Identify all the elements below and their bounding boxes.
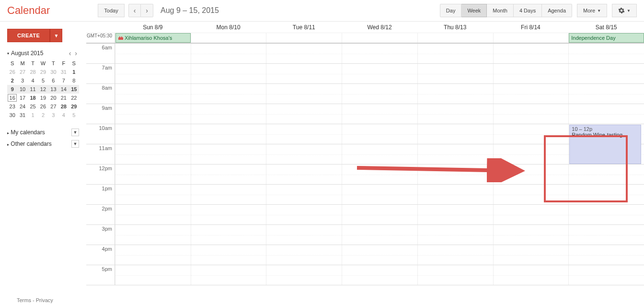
minical-day[interactable]: 22 bbox=[69, 94, 79, 102]
minical-day[interactable]: 10 bbox=[17, 85, 27, 94]
minical-day[interactable]: 1 bbox=[69, 68, 79, 76]
minical-day[interactable]: 9 bbox=[7, 85, 17, 94]
day-header[interactable]: Sun 8/9 bbox=[115, 24, 191, 31]
grid-cell[interactable] bbox=[266, 104, 342, 124]
dropdown-icon[interactable]: ▼ bbox=[71, 129, 79, 136]
minical-day[interactable]: 27 bbox=[17, 68, 27, 76]
grid-cell[interactable] bbox=[191, 225, 266, 245]
minical-day[interactable]: 31 bbox=[58, 68, 69, 76]
grid-cell[interactable] bbox=[342, 245, 417, 265]
grid-cell[interactable] bbox=[417, 164, 493, 184]
day-header[interactable]: Tue 8/11 bbox=[266, 24, 342, 31]
grid-cell[interactable] bbox=[115, 84, 191, 104]
grid-cell[interactable] bbox=[115, 64, 191, 83]
next-button[interactable]: › bbox=[141, 4, 153, 17]
allday-cell-wed[interactable] bbox=[342, 33, 417, 43]
create-button[interactable]: CREATE bbox=[7, 29, 50, 42]
dropdown-icon[interactable]: ▼ bbox=[71, 140, 79, 148]
grid-cell[interactable] bbox=[191, 185, 266, 204]
grid-cell[interactable] bbox=[493, 185, 569, 204]
minical-day[interactable]: 15 bbox=[69, 85, 79, 94]
minical-day[interactable]: 1 bbox=[28, 111, 38, 119]
grid-cell[interactable] bbox=[115, 185, 191, 204]
minical-day[interactable]: 30 bbox=[7, 111, 17, 119]
my-calendars-toggle[interactable]: ▸ My calendars ▼ bbox=[7, 127, 79, 138]
minical-day[interactable]: 4 bbox=[58, 111, 69, 119]
minical-day[interactable]: 14 bbox=[58, 85, 69, 94]
grid-cell[interactable] bbox=[417, 265, 493, 285]
grid-cell[interactable] bbox=[115, 164, 191, 184]
view-day-button[interactable]: Day bbox=[440, 4, 462, 17]
minical-day[interactable]: 31 bbox=[17, 111, 27, 119]
grid-cell[interactable] bbox=[417, 205, 493, 224]
minical-day[interactable]: 19 bbox=[38, 94, 48, 102]
grid-cell[interactable] bbox=[568, 84, 644, 104]
mini-calendar[interactable]: SMTWTFS 26272829303112345678910111213141… bbox=[7, 59, 79, 119]
grid-cell[interactable] bbox=[568, 164, 644, 184]
grid-cell[interactable] bbox=[266, 185, 342, 204]
grid-cell[interactable] bbox=[115, 44, 191, 63]
grid-cell[interactable] bbox=[342, 84, 417, 104]
grid-cell[interactable] bbox=[493, 84, 569, 104]
minical-day[interactable]: 25 bbox=[28, 102, 38, 111]
minical-day[interactable]: 24 bbox=[17, 102, 27, 111]
minical-day[interactable]: 7 bbox=[58, 76, 69, 85]
grid-cell[interactable] bbox=[568, 64, 644, 83]
grid-cell[interactable] bbox=[417, 185, 493, 204]
grid-cell[interactable] bbox=[266, 265, 342, 285]
minical-next[interactable]: › bbox=[73, 49, 79, 57]
grid-cell[interactable] bbox=[493, 245, 569, 265]
grid-cell[interactable] bbox=[115, 265, 191, 285]
grid-cell[interactable] bbox=[417, 44, 493, 63]
grid-cell[interactable] bbox=[493, 265, 569, 285]
grid-cell[interactable] bbox=[266, 64, 342, 83]
grid-cell[interactable] bbox=[568, 185, 644, 204]
grid-cell[interactable] bbox=[115, 124, 191, 144]
grid-cell[interactable] bbox=[266, 124, 342, 144]
day-header[interactable]: Sat 8/15 bbox=[568, 24, 644, 31]
grid-cell[interactable] bbox=[115, 245, 191, 265]
grid-cell[interactable] bbox=[568, 265, 644, 285]
grid-cell[interactable] bbox=[493, 164, 569, 184]
minical-day[interactable]: 12 bbox=[38, 85, 48, 94]
view-4days-button[interactable]: 4 Days bbox=[514, 4, 542, 17]
grid-cell[interactable] bbox=[417, 64, 493, 83]
grid-cell[interactable] bbox=[266, 164, 342, 184]
grid-cell[interactable] bbox=[417, 104, 493, 124]
grid-cell[interactable] bbox=[342, 185, 417, 204]
minical-day[interactable]: 5 bbox=[69, 111, 79, 119]
grid-cell[interactable] bbox=[191, 205, 266, 224]
minical-day[interactable]: 2 bbox=[7, 76, 17, 85]
other-calendars-toggle[interactable]: ▸ Other calendars ▼ bbox=[7, 138, 79, 150]
minical-day[interactable]: 20 bbox=[48, 94, 58, 102]
grid-cell[interactable] bbox=[266, 205, 342, 224]
footer-links[interactable]: Terms - Privacy bbox=[17, 297, 53, 303]
more-button[interactable]: More ▼ bbox=[577, 4, 607, 17]
minical-day[interactable]: 28 bbox=[28, 68, 38, 76]
grid-cell[interactable] bbox=[417, 144, 493, 164]
grid-cell[interactable] bbox=[342, 205, 417, 224]
minical-day[interactable]: 11 bbox=[28, 85, 38, 94]
grid-cell[interactable] bbox=[342, 225, 417, 245]
grid-cell[interactable] bbox=[493, 124, 569, 144]
allday-cell-thu[interactable] bbox=[417, 33, 493, 43]
create-dropdown-button[interactable]: ▼ bbox=[50, 29, 62, 42]
grid-cell[interactable] bbox=[493, 225, 569, 245]
grid-cell[interactable] bbox=[417, 124, 493, 144]
minical-prev[interactable]: ‹ bbox=[67, 49, 73, 57]
minical-day[interactable]: 16 bbox=[7, 94, 17, 102]
grid-cell[interactable] bbox=[342, 144, 417, 164]
prev-button[interactable]: ‹ bbox=[128, 4, 141, 17]
minical-day[interactable]: 13 bbox=[48, 85, 58, 94]
grid-cell[interactable] bbox=[417, 225, 493, 245]
minical-day[interactable]: 23 bbox=[7, 102, 17, 111]
settings-button[interactable]: ▼ bbox=[612, 4, 637, 17]
grid-cell[interactable] bbox=[493, 64, 569, 83]
app-logo[interactable]: Calendar bbox=[7, 4, 50, 17]
grid-cell[interactable] bbox=[191, 265, 266, 285]
minical-day[interactable]: 18 bbox=[28, 94, 38, 102]
minical-day[interactable]: 21 bbox=[58, 94, 69, 102]
grid-cell[interactable] bbox=[115, 144, 191, 164]
grid-cell[interactable] bbox=[568, 225, 644, 245]
grid-cell[interactable] bbox=[417, 245, 493, 265]
